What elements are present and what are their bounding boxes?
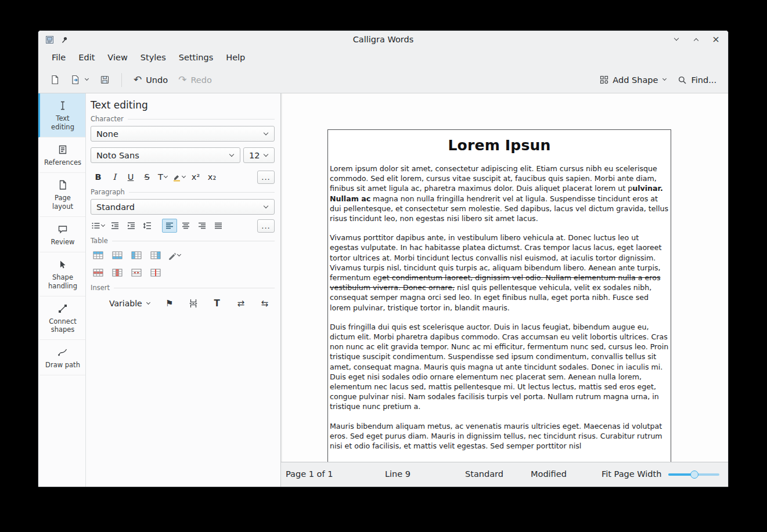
insert-variable-button[interactable]: Variable <box>107 297 153 310</box>
align-left-icon <box>165 222 174 230</box>
add-shape-icon <box>600 75 608 84</box>
decrease-indent-icon <box>110 222 120 230</box>
paragraph-4: Mauris bibendum aliquam metus, ac venena… <box>330 421 669 451</box>
tab-review[interactable]: Review <box>38 217 85 252</box>
pin-icon[interactable] <box>59 34 70 45</box>
paragraph-3: Duis fringilla dui quis est scelerisque … <box>330 322 669 412</box>
line-spacing-button[interactable] <box>140 219 155 233</box>
zoom-slider[interactable] <box>668 470 719 479</box>
zoom-mode-button[interactable]: Fit Page Width <box>602 469 661 479</box>
minimize-button[interactable] <box>671 34 682 45</box>
merge-cells-button[interactable] <box>129 266 144 280</box>
draw-path-icon <box>57 346 69 359</box>
delete-row-button[interactable] <box>91 266 106 280</box>
redo-button[interactable]: ↷ Redo <box>174 71 217 88</box>
tab-references[interactable]: References <box>38 137 85 173</box>
menu-settings[interactable]: Settings <box>172 50 219 65</box>
border-pen-icon <box>168 251 177 260</box>
page-break-icon <box>189 299 197 308</box>
align-justify-button[interactable] <box>211 219 226 233</box>
menu-edit[interactable]: Edit <box>72 50 101 65</box>
insert-column-left-button[interactable] <box>129 248 144 262</box>
delete-column-button[interactable] <box>110 266 125 280</box>
swap-icon: ⇆ <box>261 299 268 308</box>
document-heading: Lorem Ipsun <box>330 137 669 154</box>
maximize-button[interactable] <box>691 34 701 45</box>
zoom-slider-handle[interactable] <box>690 471 698 479</box>
insert-row-below-button[interactable] <box>110 248 125 262</box>
insert-column-right-button[interactable] <box>148 248 163 262</box>
tool-tabstrip: Text editing References <box>38 93 86 487</box>
insert-text-icon: T <box>214 299 220 308</box>
text-direction-icon: ⇄ <box>237 299 244 308</box>
save-button[interactable] <box>95 71 114 88</box>
paragraph-more-button[interactable]: ... <box>257 219 275 233</box>
tab-connect-shapes[interactable]: Connect shapes <box>38 296 85 341</box>
insert-column-right-icon <box>150 251 161 259</box>
underline-button[interactable]: U <box>123 170 138 184</box>
text-highlight-button[interactable] <box>172 170 187 184</box>
increase-indent-button[interactable] <box>124 219 139 233</box>
table-border-pen-button[interactable] <box>167 248 182 262</box>
redo-label: Redo <box>190 75 211 85</box>
align-justify-icon <box>214 222 223 230</box>
connect-shapes-icon <box>57 302 69 315</box>
toolbar-separator <box>121 73 122 87</box>
insert-page-break-button[interactable] <box>186 296 201 310</box>
decrease-indent-button[interactable] <box>107 219 123 233</box>
bold-button[interactable]: B <box>91 170 106 184</box>
new-document-button[interactable] <box>45 71 64 88</box>
tab-text-editing[interactable]: Text editing <box>38 93 85 137</box>
add-shape-button[interactable]: Add Shape <box>595 72 672 88</box>
menu-styles[interactable]: Styles <box>134 50 172 65</box>
align-right-button[interactable] <box>195 219 210 233</box>
menu-file[interactable]: File <box>45 50 72 65</box>
change-case-button[interactable]: T <box>156 170 171 184</box>
shape-handling-icon <box>57 258 69 271</box>
superscript-button[interactable]: x² <box>188 170 203 184</box>
section-rule <box>129 192 275 193</box>
titlebar[interactable]: Calligra Words × <box>38 31 728 48</box>
save-icon <box>100 75 110 85</box>
add-shape-chevron-icon <box>662 77 667 81</box>
menu-view[interactable]: View <box>101 50 134 65</box>
insert-swap-button[interactable]: ⇆ <box>257 296 272 310</box>
insert-row-above-button[interactable] <box>91 248 106 262</box>
undo-label: Undo <box>146 75 168 85</box>
character-more-button[interactable]: ... <box>257 171 275 184</box>
text-frame[interactable]: Lorem Ipsun Lorem ipsum dolor sit amet, … <box>327 129 671 462</box>
align-right-icon <box>197 222 207 230</box>
open-document-button[interactable] <box>66 71 94 88</box>
find-label: Find... <box>691 75 716 85</box>
insert-text-frame-button[interactable]: T <box>210 296 225 310</box>
undo-button[interactable]: ↶ Undo <box>129 71 172 88</box>
insert-bookmark-button[interactable]: ⚑ <box>162 296 177 310</box>
find-button[interactable]: Find... <box>673 72 721 88</box>
text-direction-button[interactable]: ⇄ <box>233 296 249 310</box>
strikethrough-button[interactable]: S <box>139 170 154 184</box>
tab-page-layout[interactable]: Page layout <box>38 173 85 217</box>
font-family-select[interactable]: Noto Sans <box>91 147 240 163</box>
paragraph-style-select[interactable]: Standard <box>91 199 275 215</box>
chevron-down-icon <box>182 173 186 178</box>
search-icon <box>678 75 687 85</box>
tab-draw-path[interactable]: Draw path <box>38 340 85 375</box>
split-cells-button[interactable] <box>148 266 163 280</box>
close-button[interactable]: × <box>711 34 721 45</box>
subscript-button[interactable]: x₂ <box>204 170 219 184</box>
menu-help[interactable]: Help <box>219 50 251 65</box>
font-size-select[interactable]: 12 <box>243 147 275 163</box>
line-indicator: Line 9 <box>385 469 410 479</box>
text-highlight-icon <box>172 173 181 182</box>
tab-shape-handling[interactable]: Shape handling <box>38 252 85 296</box>
paragraph-section-label: Paragraph <box>91 188 125 196</box>
align-left-button[interactable] <box>162 219 177 233</box>
italic-button[interactable]: I <box>107 170 122 184</box>
document-canvas[interactable]: Lorem Ipsun Lorem ipsum dolor sit amet, … <box>281 93 728 462</box>
align-center-button[interactable] <box>178 219 193 233</box>
chevron-down-icon <box>264 152 268 157</box>
chevron-down-icon <box>264 204 268 208</box>
insert-row-below-icon <box>112 251 123 259</box>
character-style-select[interactable]: None <box>91 126 275 142</box>
list-style-button[interactable] <box>91 219 106 233</box>
